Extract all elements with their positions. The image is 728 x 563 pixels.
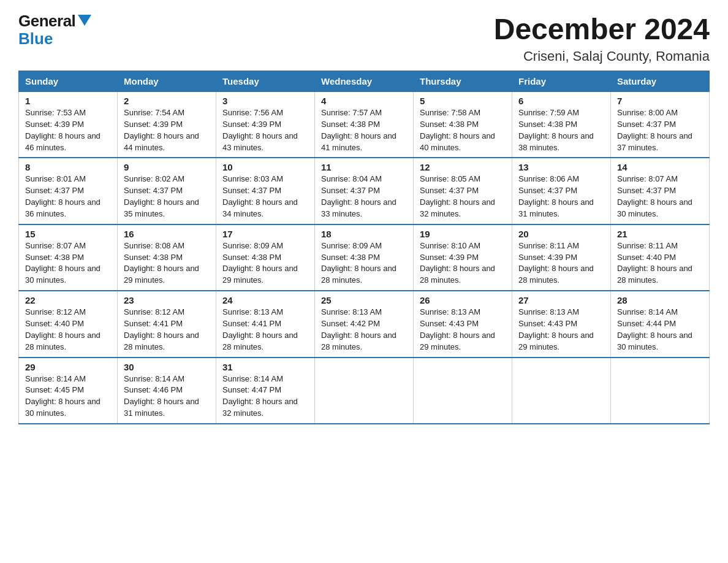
day-info: Sunrise: 8:14 AMSunset: 4:47 PMDaylight:… xyxy=(222,374,298,418)
calendar-day-cell: 3Sunrise: 7:56 AMSunset: 4:39 PMDaylight… xyxy=(216,92,315,158)
day-info: Sunrise: 8:01 AMSunset: 4:37 PMDaylight:… xyxy=(25,174,100,218)
day-number: 12 xyxy=(420,162,506,172)
calendar-day-cell xyxy=(611,358,710,424)
day-info: Sunrise: 8:14 AMSunset: 4:45 PMDaylight:… xyxy=(25,374,100,418)
day-info: Sunrise: 8:12 AMSunset: 4:40 PMDaylight:… xyxy=(25,307,100,351)
calendar-day-cell: 15Sunrise: 8:07 AMSunset: 4:38 PMDayligh… xyxy=(19,224,118,291)
day-number: 14 xyxy=(617,162,703,172)
day-number: 23 xyxy=(124,295,210,305)
calendar-day-cell xyxy=(315,358,414,424)
day-number: 11 xyxy=(321,162,407,172)
logo-triangle-icon xyxy=(78,15,91,26)
day-info: Sunrise: 8:13 AMSunset: 4:42 PMDaylight:… xyxy=(321,307,396,351)
calendar-week-row: 22Sunrise: 8:12 AMSunset: 4:40 PMDayligh… xyxy=(19,291,710,357)
calendar-day-cell: 6Sunrise: 7:59 AMSunset: 4:38 PMDaylight… xyxy=(512,92,611,158)
day-number: 1 xyxy=(25,96,111,106)
calendar-day-cell: 8Sunrise: 8:01 AMSunset: 4:37 PMDaylight… xyxy=(19,158,118,224)
page-header: General Blue December 2024 Criseni, Sala… xyxy=(18,12,710,64)
day-number: 29 xyxy=(25,362,111,372)
day-info: Sunrise: 8:11 AMSunset: 4:40 PMDaylight:… xyxy=(617,241,692,285)
calendar-day-cell: 7Sunrise: 8:00 AMSunset: 4:37 PMDaylight… xyxy=(611,92,710,158)
day-number: 5 xyxy=(420,96,506,106)
calendar-week-row: 8Sunrise: 8:01 AMSunset: 4:37 PMDaylight… xyxy=(19,158,710,224)
day-number: 3 xyxy=(222,96,308,106)
title-block: December 2024 Criseni, Salaj County, Rom… xyxy=(494,12,710,64)
calendar-day-cell: 30Sunrise: 8:14 AMSunset: 4:46 PMDayligh… xyxy=(118,358,216,424)
day-number: 25 xyxy=(321,295,407,305)
day-info: Sunrise: 8:11 AMSunset: 4:39 PMDaylight:… xyxy=(518,241,594,285)
calendar-day-cell: 12Sunrise: 8:05 AMSunset: 4:37 PMDayligh… xyxy=(414,158,512,224)
day-info: Sunrise: 7:57 AMSunset: 4:38 PMDaylight:… xyxy=(321,108,396,152)
day-info: Sunrise: 8:08 AMSunset: 4:38 PMDaylight:… xyxy=(124,241,199,285)
day-number: 7 xyxy=(617,96,703,106)
day-number: 4 xyxy=(321,96,407,106)
calendar-header-saturday: Saturday xyxy=(611,71,710,92)
day-number: 18 xyxy=(321,229,407,239)
day-info: Sunrise: 8:09 AMSunset: 4:38 PMDaylight:… xyxy=(321,241,396,285)
day-number: 13 xyxy=(518,162,604,172)
calendar-day-cell: 20Sunrise: 8:11 AMSunset: 4:39 PMDayligh… xyxy=(512,224,611,291)
day-number: 20 xyxy=(518,229,604,239)
calendar-day-cell: 17Sunrise: 8:09 AMSunset: 4:38 PMDayligh… xyxy=(216,224,315,291)
calendar-day-cell: 25Sunrise: 8:13 AMSunset: 4:42 PMDayligh… xyxy=(315,291,414,357)
day-number: 24 xyxy=(222,295,308,305)
day-number: 8 xyxy=(25,162,111,172)
day-number: 16 xyxy=(124,229,210,239)
day-number: 26 xyxy=(420,295,506,305)
page-title: December 2024 xyxy=(494,12,710,46)
day-info: Sunrise: 8:03 AMSunset: 4:37 PMDaylight:… xyxy=(222,174,298,218)
calendar-day-cell: 23Sunrise: 8:12 AMSunset: 4:41 PMDayligh… xyxy=(118,291,216,357)
calendar-week-row: 29Sunrise: 8:14 AMSunset: 4:45 PMDayligh… xyxy=(19,358,710,424)
day-number: 28 xyxy=(617,295,703,305)
calendar-day-cell: 10Sunrise: 8:03 AMSunset: 4:37 PMDayligh… xyxy=(216,158,315,224)
calendar-header-row: SundayMondayTuesdayWednesdayThursdayFrid… xyxy=(19,71,710,92)
day-number: 21 xyxy=(617,229,703,239)
day-number: 22 xyxy=(25,295,111,305)
calendar-day-cell: 16Sunrise: 8:08 AMSunset: 4:38 PMDayligh… xyxy=(118,224,216,291)
day-number: 17 xyxy=(222,229,308,239)
day-info: Sunrise: 8:13 AMSunset: 4:43 PMDaylight:… xyxy=(518,307,594,351)
calendar-day-cell: 9Sunrise: 8:02 AMSunset: 4:37 PMDaylight… xyxy=(118,158,216,224)
calendar-day-cell: 19Sunrise: 8:10 AMSunset: 4:39 PMDayligh… xyxy=(414,224,512,291)
calendar-day-cell: 29Sunrise: 8:14 AMSunset: 4:45 PMDayligh… xyxy=(19,358,118,424)
calendar-table: SundayMondayTuesdayWednesdayThursdayFrid… xyxy=(18,71,710,424)
day-info: Sunrise: 7:59 AMSunset: 4:38 PMDaylight:… xyxy=(518,108,594,152)
calendar-week-row: 15Sunrise: 8:07 AMSunset: 4:38 PMDayligh… xyxy=(19,224,710,291)
day-info: Sunrise: 7:53 AMSunset: 4:39 PMDaylight:… xyxy=(25,108,100,152)
calendar-day-cell: 11Sunrise: 8:04 AMSunset: 4:37 PMDayligh… xyxy=(315,158,414,224)
calendar-day-cell: 24Sunrise: 8:13 AMSunset: 4:41 PMDayligh… xyxy=(216,291,315,357)
day-info: Sunrise: 8:14 AMSunset: 4:44 PMDaylight:… xyxy=(617,307,692,351)
day-info: Sunrise: 7:56 AMSunset: 4:39 PMDaylight:… xyxy=(222,108,298,152)
day-info: Sunrise: 8:10 AMSunset: 4:39 PMDaylight:… xyxy=(420,241,495,285)
day-info: Sunrise: 8:13 AMSunset: 4:41 PMDaylight:… xyxy=(222,307,298,351)
calendar-day-cell: 4Sunrise: 7:57 AMSunset: 4:38 PMDaylight… xyxy=(315,92,414,158)
calendar-day-cell: 27Sunrise: 8:13 AMSunset: 4:43 PMDayligh… xyxy=(512,291,611,357)
day-info: Sunrise: 8:07 AMSunset: 4:37 PMDaylight:… xyxy=(617,174,692,218)
calendar-day-cell: 18Sunrise: 8:09 AMSunset: 4:38 PMDayligh… xyxy=(315,224,414,291)
svg-marker-0 xyxy=(78,15,91,26)
calendar-day-cell: 31Sunrise: 8:14 AMSunset: 4:47 PMDayligh… xyxy=(216,358,315,424)
calendar-header-sunday: Sunday xyxy=(19,71,118,92)
day-number: 10 xyxy=(222,162,308,172)
calendar-day-cell: 14Sunrise: 8:07 AMSunset: 4:37 PMDayligh… xyxy=(611,158,710,224)
calendar-day-cell: 2Sunrise: 7:54 AMSunset: 4:39 PMDaylight… xyxy=(118,92,216,158)
day-number: 15 xyxy=(25,229,111,239)
logo-blue-text: Blue xyxy=(18,29,53,48)
calendar-day-cell xyxy=(512,358,611,424)
calendar-day-cell: 13Sunrise: 8:06 AMSunset: 4:37 PMDayligh… xyxy=(512,158,611,224)
day-info: Sunrise: 8:13 AMSunset: 4:43 PMDaylight:… xyxy=(420,307,495,351)
day-info: Sunrise: 8:05 AMSunset: 4:37 PMDaylight:… xyxy=(420,174,495,218)
day-info: Sunrise: 8:07 AMSunset: 4:38 PMDaylight:… xyxy=(25,241,100,285)
day-number: 27 xyxy=(518,295,604,305)
calendar-day-cell: 26Sunrise: 8:13 AMSunset: 4:43 PMDayligh… xyxy=(414,291,512,357)
logo-general-text: General xyxy=(18,12,75,30)
day-info: Sunrise: 8:06 AMSunset: 4:37 PMDaylight:… xyxy=(518,174,594,218)
calendar-header-monday: Monday xyxy=(118,71,216,92)
page-subtitle: Criseni, Salaj County, Romania xyxy=(494,48,710,64)
day-number: 9 xyxy=(124,162,210,172)
calendar-header-friday: Friday xyxy=(512,71,611,92)
day-info: Sunrise: 8:12 AMSunset: 4:41 PMDaylight:… xyxy=(124,307,199,351)
calendar-header-tuesday: Tuesday xyxy=(216,71,315,92)
calendar-day-cell xyxy=(414,358,512,424)
day-info: Sunrise: 7:58 AMSunset: 4:38 PMDaylight:… xyxy=(420,108,495,152)
